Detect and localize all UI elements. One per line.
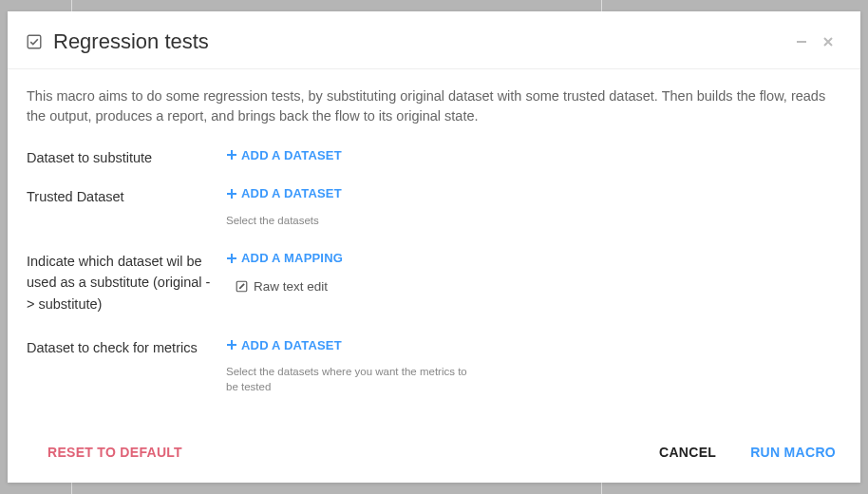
minimize-icon xyxy=(796,36,807,48)
dialog-body: This macro aims to do some regression te… xyxy=(8,69,860,426)
raw-text-edit-button[interactable]: Raw text edit xyxy=(236,279,328,294)
field-label: Dataset to check for metrics xyxy=(27,337,226,358)
close-button[interactable] xyxy=(815,28,841,55)
add-dataset-label: ADD A DATASET xyxy=(241,186,342,200)
svg-rect-7 xyxy=(227,257,236,259)
add-dataset-button[interactable]: ADD A DATASET xyxy=(226,186,342,200)
field-helper: Select the datasets xyxy=(226,213,473,228)
add-mapping-button[interactable]: ADD A MAPPING xyxy=(226,251,343,265)
svg-rect-3 xyxy=(227,154,236,156)
edit-icon xyxy=(236,280,248,293)
plus-icon xyxy=(226,339,237,351)
field-label: Indicate which dataset wil be used as a … xyxy=(27,251,226,314)
add-dataset-label: ADD A DATASET xyxy=(241,148,342,162)
plus-icon xyxy=(226,253,237,264)
svg-rect-5 xyxy=(227,193,236,195)
field-trusted-dataset: Trusted Dataset ADD A DATASET Select the… xyxy=(27,186,841,228)
svg-rect-1 xyxy=(797,41,806,43)
dialog-footer: RESET TO DEFAULT CANCEL RUN MACRO xyxy=(8,426,860,483)
field-label: Trusted Dataset xyxy=(27,186,226,207)
svg-rect-10 xyxy=(227,344,236,346)
field-helper: Select the datasets where you want the m… xyxy=(226,364,473,394)
field-metrics-dataset: Dataset to check for metrics ADD A DATAS… xyxy=(27,337,841,394)
add-dataset-button[interactable]: ADD A DATASET xyxy=(226,338,342,352)
svg-rect-0 xyxy=(28,35,41,48)
reset-to-default-button[interactable]: RESET TO DEFAULT xyxy=(44,439,186,466)
raw-text-edit-label: Raw text edit xyxy=(254,279,328,294)
run-macro-button[interactable]: RUN MACRO xyxy=(746,439,840,466)
field-label: Dataset to substitute xyxy=(27,147,226,168)
close-icon xyxy=(822,36,834,48)
plus-icon xyxy=(226,149,237,161)
macro-description: This macro aims to do some regression te… xyxy=(27,86,841,126)
dialog-header: Regression tests xyxy=(8,11,860,69)
add-mapping-label: ADD A MAPPING xyxy=(241,251,343,265)
dialog-title: Regression tests xyxy=(53,29,209,54)
plus-icon xyxy=(226,188,237,200)
add-dataset-label: ADD A DATASET xyxy=(241,338,342,352)
field-dataset-to-substitute: Dataset to substitute ADD A DATASET xyxy=(27,147,841,168)
cancel-button[interactable]: CANCEL xyxy=(655,439,720,466)
add-dataset-button[interactable]: ADD A DATASET xyxy=(226,148,342,162)
check-square-icon xyxy=(27,34,42,49)
minimize-button[interactable] xyxy=(788,28,815,55)
macro-dialog: Regression tests This macro aims to do s… xyxy=(8,11,860,483)
field-mapping: Indicate which dataset wil be used as a … xyxy=(27,251,841,314)
